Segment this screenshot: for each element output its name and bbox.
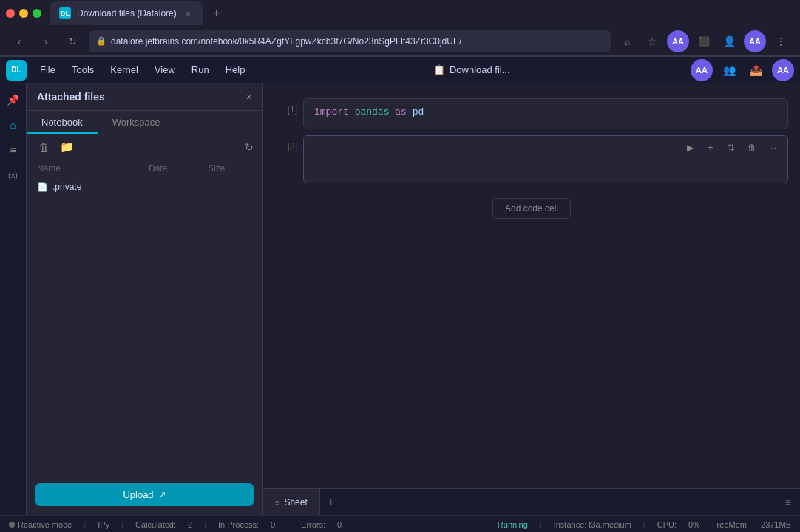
upload-button[interactable]: Upload ↗ [35,483,254,506]
panel-title: Attached files [37,91,105,103]
keyword-as: as [395,106,407,117]
address-bar: ‹ › ↻ 🔒 datalore.jetbrains.com/notebook/… [0,27,800,56]
delete-cell-btn[interactable]: 🗑 [743,139,761,157]
keyword-import: import [314,106,349,117]
cell-content-1[interactable]: import pandas as pd [304,99,787,129]
freemem-value: 2371MB [761,520,791,529]
icon-sidebar: 📌 ⌂ ≡ (x) [0,83,27,515]
panel-toolbar: 🗑 📁 ↻ [27,134,262,160]
status-sep-6: | [643,520,645,529]
sidebar-pin-icon[interactable]: 📌 [3,89,24,110]
col-size: Size [208,163,252,174]
menu-help[interactable]: Help [218,61,253,78]
file-panel: Attached files × Notebook Workspace 🗑 📁 … [27,83,263,515]
cell-body-1[interactable]: import pandas as pd [303,98,788,129]
cell-toolbar-2: ▶ + ⇅ 🗑 ··· [304,136,787,160]
tab-bar: DL Download files (Datalore) × + [0,0,800,27]
more-options-icon[interactable]: ⋮ [770,31,791,52]
secondary-avatar-btn[interactable]: AA [744,30,766,52]
browser-tab-active[interactable]: DL Download files (Datalore) × [50,1,203,25]
tab-notebook[interactable]: Notebook [27,111,98,134]
panel-close-btn[interactable]: × [246,91,252,103]
upload-cursor: ↗ [158,489,166,500]
files-header: Name Date Size [27,160,262,177]
cell-body-2[interactable]: ▶ + ⇅ 🗑 ··· [303,135,788,183]
forward-btn[interactable]: › [35,31,56,52]
tab-workspace[interactable]: Workspace [98,111,175,134]
traffic-light-yellow[interactable] [19,9,28,18]
upload-label: Upload [123,489,153,500]
move-cell-btn[interactable]: ⇅ [722,139,740,157]
tab-close-btn[interactable]: × [183,7,194,19]
add-cell-above-btn[interactable]: + [702,139,719,157]
sidebar-variable-icon[interactable]: (x) [3,165,24,185]
file-icon: 📄 [37,182,48,192]
sheet-tab-1[interactable]: ≡ Sheet [263,489,320,516]
app-logo[interactable]: DL [6,60,27,81]
add-sheet-btn[interactable]: + [320,491,342,514]
instance-info: Instance: t3a.medium [554,520,631,529]
in-process-label: In Process: [218,520,259,529]
file-row[interactable]: 📄 .private [27,177,262,197]
menu-run[interactable]: Run [184,61,217,78]
back-btn[interactable]: ‹ [9,31,30,52]
menu-tools[interactable]: Tools [64,61,101,78]
file-name-text: .private [52,182,81,192]
freemem-label: FreeMem: [712,520,749,529]
browser-chrome: DL Download files (Datalore) × + ‹ › ↻ 🔒… [0,0,800,57]
collab-icon[interactable]: 👥 [719,60,739,81]
menu-avatar-btn[interactable]: AA [691,59,713,81]
extensions-icon[interactable]: ⬛ [694,31,714,52]
errors-label: Errors: [301,520,325,529]
run-cell-btn[interactable]: ▶ [681,139,699,157]
sidebar-list-icon[interactable]: ≡ [3,140,24,160]
share-icon[interactable]: 📤 [745,60,766,81]
status-sep-4: | [287,520,289,529]
user-avatar-btn[interactable]: AA [667,30,689,52]
notebook-icon: 📋 [433,64,445,75]
cell-wrapper-1: [1] import pandas as pd [263,95,800,132]
traffic-light-red[interactable] [6,9,15,18]
tab-title: Download files (Datalore) [77,8,177,18]
notebook-title: Download fil... [450,64,510,75]
menu-avatar2-btn[interactable]: AA [772,59,794,81]
url-bar[interactable]: 🔒 datalore.jetbrains.com/notebook/0k5R4A… [89,30,611,52]
menu-view[interactable]: View [147,61,183,78]
sheet-tabs: ≡ Sheet + [263,489,776,516]
cell-number-1: [1] [275,98,297,115]
tab-favicon: DL [59,7,71,19]
traffic-lights [6,9,41,18]
status-sep-3: | [204,520,206,529]
toolbar-delete-btn[interactable]: 🗑 [35,140,52,155]
status-sep-2: | [121,520,123,529]
status-sep-1: | [84,520,86,529]
sidebar-home-icon[interactable]: ⌂ [3,115,24,135]
ipy-label: IPy [98,520,109,529]
reactive-mode-dot [9,522,15,528]
menu-file[interactable]: File [33,61,63,78]
add-code-cell-btn[interactable]: Add code cell [492,198,571,219]
new-tab-btn[interactable]: + [206,3,227,24]
alias-pd: pd [413,106,424,117]
bottom-bar: ≡ Sheet + ≡ [263,488,800,515]
menu-kernel[interactable]: Kernel [103,61,146,78]
cpu-label: CPU: [657,520,677,529]
errors-value: 0 [337,520,342,529]
more-cell-options-btn[interactable]: ··· [764,139,782,157]
bottom-right: ≡ [776,497,800,508]
menu-right: AA 👥 📤 AA [691,59,794,81]
main-area: 📌 ⌂ ≡ (x) Attached files × Notebook Work… [0,83,800,515]
search-icon[interactable]: ⌕ [617,31,637,52]
col-name: Name [37,163,149,174]
menu-center: 📋 Download fil... [254,64,689,75]
bookmark-icon[interactable]: ☆ [642,31,662,52]
toolbar-folder-btn[interactable]: 📁 [57,139,77,155]
reload-btn[interactable]: ↻ [62,31,83,52]
user-icon[interactable]: 👤 [719,31,739,52]
browser-toolbar-icons: ⌕ ☆ AA ⬛ 👤 AA ⋮ [617,30,791,52]
sheet-tab-icon: ≡ [275,498,279,507]
bottom-menu-icon[interactable]: ≡ [785,497,791,508]
cell-content-2[interactable] [304,160,787,183]
toolbar-refresh-btn[interactable]: ↻ [245,141,254,153]
traffic-light-green[interactable] [33,9,41,18]
